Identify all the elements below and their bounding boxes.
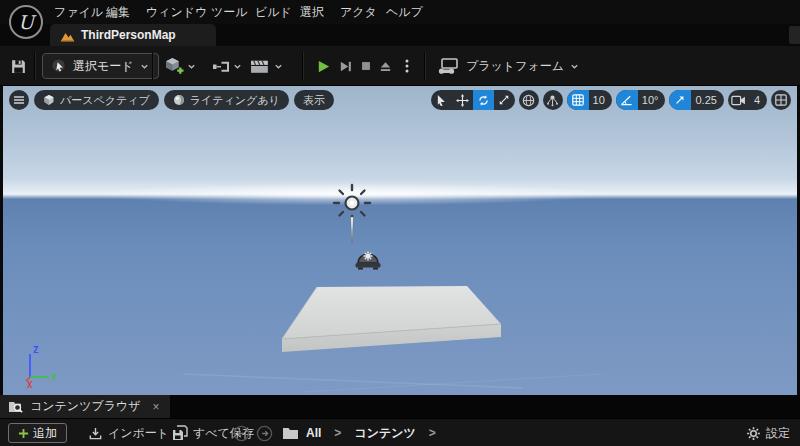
frame-skip-button[interactable]	[336, 58, 354, 74]
close-icon[interactable]: ×	[153, 400, 160, 414]
settings-button[interactable]: 設定	[746, 419, 790, 446]
settings-label: 設定	[766, 425, 790, 442]
folder-icon	[282, 426, 299, 440]
chevron-down-icon	[233, 62, 242, 71]
view-mode-dropdown[interactable]: ライティングあり	[164, 90, 289, 110]
chevron-down-icon	[140, 62, 149, 71]
menu-build[interactable]: ビルド	[253, 0, 294, 24]
menu-bar: ファイル 編集 ウィンドウ ツール ビルド 選択 アクタ ヘルプ	[0, 0, 800, 24]
add-actor-button[interactable]	[163, 46, 196, 86]
import-label: インポート	[108, 425, 169, 442]
camera-speed-value-button[interactable]: 4	[750, 90, 767, 110]
camera-speed-icon	[731, 95, 746, 106]
axis-z-label: Z	[33, 345, 39, 355]
chevron-down-icon	[274, 62, 283, 71]
import-icon	[88, 426, 103, 441]
select-tool-icon	[436, 94, 447, 106]
chevron-down-icon	[187, 62, 196, 71]
rotate-tool-button-active[interactable]	[473, 90, 494, 110]
cinematics-icon	[250, 58, 271, 75]
platform-button-label: プラットフォーム	[466, 58, 564, 75]
content-browser-tab-label: コンテンツブラウザ	[30, 398, 141, 415]
quad-view-button[interactable]	[771, 90, 791, 110]
cursor-icon	[52, 59, 67, 74]
skylight-sprite[interactable]	[356, 252, 381, 270]
scale-tool-button[interactable]	[494, 90, 515, 110]
viewport-options-button[interactable]	[9, 90, 29, 110]
rotation-snap-icon	[620, 94, 633, 106]
toolbar-separator	[302, 52, 304, 80]
blueprint-icon	[212, 59, 230, 74]
floor-platform-mesh[interactable]	[282, 286, 501, 352]
menu-actor[interactable]: アクタ	[338, 0, 379, 24]
save-icon	[10, 58, 27, 75]
play-options-kebab-button[interactable]	[398, 58, 416, 74]
stop-icon	[359, 59, 373, 73]
forward-icon	[256, 425, 273, 442]
grid-snap-toggle[interactable]	[567, 90, 589, 110]
level-viewport[interactable]: Z Y X パースペクティブ ライティングあり	[3, 86, 797, 395]
forward-button[interactable]	[256, 419, 273, 446]
path-folder-icon-button[interactable]	[282, 419, 299, 446]
viewport-scene: Z Y X	[3, 86, 797, 395]
breadcrumb-root[interactable]: All	[306, 426, 321, 440]
menu-select[interactable]: 選択	[298, 0, 326, 24]
cinematics-button[interactable]	[250, 46, 283, 86]
scale-snap-value: 0.25	[695, 94, 716, 106]
breadcrumb-separator-icon: >	[429, 426, 436, 440]
move-tool-button[interactable]	[452, 90, 473, 110]
save-button[interactable]	[10, 46, 27, 86]
import-button[interactable]: インポート	[88, 419, 169, 446]
back-icon	[233, 425, 250, 442]
menu-tools[interactable]: ツール	[209, 0, 250, 24]
axis-y-label: Y	[51, 373, 57, 383]
perspective-label: パースペクティブ	[60, 93, 150, 108]
chevron-down-icon	[570, 62, 579, 71]
select-mode-dropdown[interactable]: 選択モード	[42, 53, 159, 79]
ground-streak	[303, 374, 603, 392]
grid-snap-value-button[interactable]: 10	[589, 90, 612, 110]
save-all-icon	[172, 425, 188, 441]
kebab-icon	[404, 58, 410, 74]
eject-button[interactable]	[376, 58, 394, 74]
select-tool-button[interactable]	[431, 90, 452, 110]
rotation-snap-control: 10°	[616, 90, 666, 110]
asset-tab-bar: ThirdPersonMap	[0, 24, 800, 46]
scale-tool-icon	[498, 94, 510, 106]
stop-button[interactable]	[357, 58, 375, 74]
menu-edit[interactable]: 編集	[104, 0, 132, 24]
surface-snapping-button[interactable]	[543, 90, 563, 110]
add-content-button[interactable]: 追加	[8, 423, 67, 443]
camera-speed-button[interactable]	[728, 90, 750, 110]
sun-sprite[interactable]	[334, 185, 370, 243]
rotation-snap-value-button[interactable]: 10°	[638, 90, 666, 110]
platforms-dropdown[interactable]: プラットフォーム	[438, 46, 579, 86]
unreal-logo-icon[interactable]: U	[8, 4, 44, 40]
menu-file[interactable]: ファイル	[52, 0, 105, 24]
gear-icon	[746, 426, 761, 441]
scale-snap-toggle[interactable]	[669, 90, 691, 110]
back-button[interactable]	[233, 419, 250, 446]
scale-snap-value-button[interactable]: 0.25	[691, 90, 723, 110]
scale-snap-icon	[674, 94, 686, 106]
menu-help[interactable]: ヘルプ	[384, 0, 425, 24]
tab-content-browser[interactable]: コンテンツブラウザ ×	[0, 395, 170, 418]
rotate-tool-icon	[477, 94, 490, 107]
toolbar-separator	[34, 52, 36, 80]
breadcrumb-folder[interactable]: コンテンツ	[354, 425, 415, 442]
play-button[interactable]	[314, 58, 332, 74]
perspective-dropdown[interactable]: パースペクティブ	[34, 90, 159, 110]
content-browser-tab-bar: コンテンツブラウザ ×	[0, 395, 800, 418]
main-toolbar: 選択モード	[0, 46, 800, 86]
blueprints-button[interactable]	[212, 46, 242, 86]
menu-window[interactable]: ウィンドウ	[144, 0, 209, 24]
tab-thirdpersonmap[interactable]: ThirdPersonMap	[50, 24, 216, 46]
add-actor-icon	[163, 57, 184, 76]
breadcrumb-separator-icon: >	[334, 426, 341, 440]
add-label: 追加	[33, 425, 57, 442]
perspective-cube-icon	[43, 94, 55, 106]
show-dropdown[interactable]: 表示	[294, 90, 334, 110]
rotation-snap-toggle[interactable]	[616, 90, 638, 110]
world-coordinate-button[interactable]	[519, 90, 539, 110]
quad-view-icon	[775, 94, 787, 106]
